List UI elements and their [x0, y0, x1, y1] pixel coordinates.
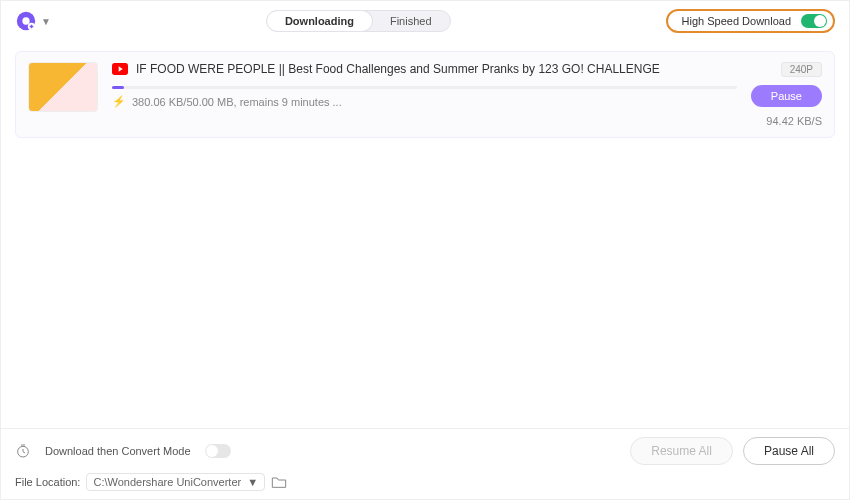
tab-finished[interactable]: Finished — [372, 11, 450, 31]
download-speed: 94.42 KB/S — [766, 115, 822, 127]
file-location-value: C:\Wondershare UniConverter — [93, 476, 241, 488]
file-location-label: File Location: — [15, 476, 80, 488]
download-item: IF FOOD WERE PEOPLE || Best Food Challen… — [15, 51, 835, 138]
quality-badge: 240P — [781, 62, 822, 77]
high-speed-download-group: High Speed Download — [666, 9, 835, 33]
video-thumbnail — [28, 62, 98, 112]
youtube-icon — [112, 63, 128, 75]
video-title: IF FOOD WERE PEOPLE || Best Food Challen… — [136, 62, 660, 76]
bolt-icon: ⚡ — [112, 95, 126, 108]
progress-bar — [112, 86, 737, 89]
progress-text: 380.06 KB/50.00 MB, remains 9 minutes ..… — [132, 96, 342, 108]
high-speed-toggle[interactable] — [801, 14, 827, 28]
convert-mode-label: Download then Convert Mode — [45, 445, 191, 457]
app-logo-dropdown[interactable]: ▼ — [15, 10, 51, 32]
file-location-dropdown[interactable]: C:\Wondershare UniConverter ▼ — [86, 473, 265, 491]
tab-downloading[interactable]: Downloading — [267, 11, 372, 31]
convert-mode-toggle[interactable] — [205, 444, 231, 458]
app-logo-icon — [15, 10, 37, 32]
pause-button[interactable]: Pause — [751, 85, 822, 107]
high-speed-label: High Speed Download — [682, 15, 791, 27]
folder-icon[interactable] — [271, 475, 287, 489]
chevron-down-icon: ▼ — [41, 16, 51, 27]
status-tabs: Downloading Finished — [266, 10, 451, 32]
timer-icon[interactable] — [15, 443, 31, 459]
chevron-down-icon: ▼ — [247, 476, 258, 488]
resume-all-button: Resume All — [630, 437, 733, 465]
pause-all-button[interactable]: Pause All — [743, 437, 835, 465]
